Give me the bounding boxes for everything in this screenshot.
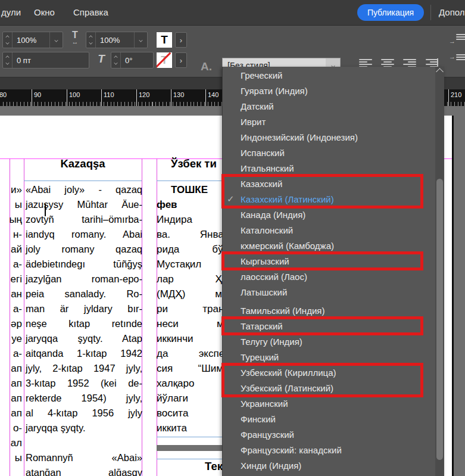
skew-angle-value[interactable]: 0°: [121, 56, 153, 65]
language-option[interactable]: Латышский: [223, 284, 435, 300]
annotation-highlight-box: [221, 363, 423, 397]
language-option[interactable]: Каталонский: [223, 222, 435, 238]
text-line-fragment: а-: [0, 346, 22, 361]
page-edge-shadow: [452, 116, 454, 476]
vertical-scale-field[interactable]: 100%: [86, 32, 148, 48]
text-line-fragment: ал: [0, 435, 22, 450]
scrollbar-thumb[interactable]: [436, 179, 443, 460]
text-line: Romannyñ «Abai»: [26, 450, 142, 465]
text-line-fragment: ап: [0, 391, 22, 406]
text-line: ädebietındegı tūñğyş: [26, 257, 142, 272]
vertical-scale-value[interactable]: 100%: [96, 36, 134, 45]
uzbek-section-heading[interactable]: Тек: [205, 460, 223, 473]
skew-tool-icon: T: [94, 52, 108, 66]
horizontal-scale-value[interactable]: 100%: [13, 36, 49, 45]
language-option[interactable]: Гуярати (Индия): [223, 83, 435, 98]
ruler-tick-label: 130: [171, 89, 171, 106]
language-option[interactable]: Испанский: [223, 145, 435, 160]
language-option[interactable]: Французский: канадский: [223, 442, 435, 458]
stroke-color-none-swatch[interactable]: T: [157, 52, 172, 68]
scroll-up-icon[interactable]: [436, 68, 444, 76]
text-line-fragment: о-: [0, 421, 22, 435]
baseline-shift-field[interactable]: 0 пт: [2, 52, 89, 69]
text-line: peia sanalady. Ro-: [26, 287, 142, 301]
character-style-badge: А.: [201, 60, 212, 73]
text-line-fragment: ап: [0, 406, 22, 421]
text-line-fragment: ы: [0, 197, 22, 212]
text-line: man är jyldary bır-: [26, 301, 142, 316]
skew-angle-field[interactable]: 0°: [111, 52, 154, 69]
indesign-window: дули Окно Справка Публикация Допол 100% …: [0, 0, 465, 476]
text-line: zovtyñ tarihi–ömırba-: [26, 212, 142, 227]
stepper-arrows-icon[interactable]: [111, 52, 121, 68]
chevron-down-icon[interactable]: [134, 32, 147, 48]
publish-button[interactable]: Публикация: [357, 4, 424, 21]
language-option[interactable]: Французский: [223, 427, 435, 442]
language-option[interactable]: Украинский: [223, 396, 435, 411]
text-line: jaryqqa şyqty.: [26, 421, 142, 435]
menu-window[interactable]: Окно: [34, 7, 55, 17]
text-line-fragment: а-: [0, 301, 22, 316]
text-line-fragment: ай: [0, 242, 22, 257]
text-line: jyly, 2-kıtap 1947 jyly,: [26, 361, 142, 376]
indent-left-icon[interactable]: →: [449, 33, 465, 47]
ruler-tick-label: 110: [101, 89, 102, 106]
text-line-fragment: егі: [0, 272, 22, 287]
stepper-arrows-icon[interactable]: [3, 32, 13, 48]
text-line-fragment: а-: [0, 257, 22, 272]
flyout-arrow-button[interactable]: ›: [175, 32, 187, 48]
menu-divider: [430, 5, 431, 20]
text-line-fragment: и»: [0, 182, 22, 197]
ruler-tick-label: 90: [32, 89, 32, 106]
indent-first-line-icon[interactable]: →: [449, 53, 465, 67]
chevron-down-icon[interactable]: [49, 32, 63, 48]
language-option[interactable]: Канада (Индия): [223, 207, 435, 222]
column-guide[interactable]: [24, 158, 24, 476]
text-line: «Abai joly» - qazaq: [26, 182, 142, 197]
baseline-shift-value[interactable]: 0 пт: [13, 56, 89, 65]
annotation-highlight-box: [221, 251, 423, 270]
stepper-arrows-icon[interactable]: [3, 52, 13, 68]
language-option[interactable]: Иврит: [223, 114, 435, 129]
text-line-fragment: әр: [0, 316, 22, 331]
scale-tool-icon: T↔: [67, 31, 83, 45]
language-option[interactable]: Финский: [223, 411, 435, 427]
text-line: jazuşysy Mūhtar Äue-: [26, 197, 142, 212]
annotation-highlight-box: [221, 316, 423, 335]
language-option[interactable]: Греческий: [223, 67, 435, 83]
text-line: 3-kıtap 1952 (kei de-: [26, 376, 142, 391]
annotation-highlight-box: [221, 174, 423, 209]
language-option[interactable]: лаосский (Лаос): [223, 269, 435, 284]
text-line: neşe kıtap retınde: [26, 316, 142, 331]
ruler-tick-label: 120: [136, 89, 137, 106]
stepper-arrows-icon[interactable]: [86, 32, 96, 48]
ruler-tick-label: 100: [67, 89, 67, 106]
uzbek-heading[interactable]: Ўзбек ти: [171, 157, 217, 170]
dropdown-scrollbar[interactable]: [435, 67, 444, 476]
language-option[interactable]: Индонезийский (Индонезия): [223, 129, 435, 145]
language-option[interactable]: Датский: [223, 98, 435, 114]
text-line-fragment: ап: [0, 361, 22, 376]
text-line: jaryqqa şyqty. Atap: [26, 331, 142, 346]
text-line-fragment: ап: [0, 376, 22, 391]
text-line: aitqanda 1-kıtap 1942: [26, 346, 142, 361]
menu-bar: дули Окно Справка Публикация Допол: [0, 0, 465, 25]
character-color-swatch[interactable]: T: [157, 32, 172, 48]
menu-extra[interactable]: Допол: [439, 7, 465, 17]
ruler-tick-label: 140: [205, 89, 206, 106]
text-line: atanğan alğaşqy: [26, 465, 142, 476]
text-line-fragment: ан: [0, 287, 22, 301]
horizontal-scale-field[interactable]: 100%: [2, 32, 63, 48]
language-option[interactable]: Телугу (Индия): [223, 334, 435, 349]
kazakh-column-text[interactable]: «Abai joly» - qazaqjazuşysy Mūhtar Äue-z…: [26, 182, 142, 476]
language-option[interactable]: Хинди (Индия): [223, 458, 435, 473]
flyout-arrow-button[interactable]: ›: [175, 52, 187, 68]
menu-help[interactable]: Справка: [73, 7, 108, 17]
ruler-tick-label: 210: [448, 89, 449, 106]
text-line: iandyq romany. Abai: [26, 227, 142, 242]
text-line: rekterde 1954) jyly,: [26, 391, 142, 406]
left-column-text[interactable]: и»ыыңн-айа-егіана-әруеа-апапапапо-алы: [0, 182, 22, 465]
menu-plugins[interactable]: дули: [1, 7, 21, 17]
kazakh-heading[interactable]: Kazaqşa: [24, 157, 142, 170]
text-line: jazylğan roman-epo-: [26, 272, 142, 287]
